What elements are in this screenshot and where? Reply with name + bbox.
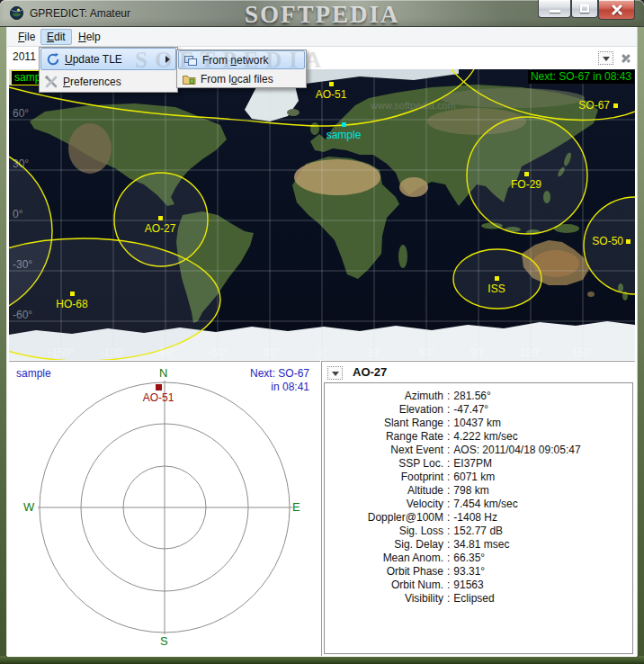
- module-detach-button[interactable]: [598, 51, 613, 65]
- map-overlay: sample Next: SO-67 in 08:43 60°30°0°-30°…: [9, 69, 635, 360]
- telemetry-row: Altitude:798 km: [325, 484, 632, 498]
- telemetry-label: Footprint: [325, 471, 443, 484]
- satellite-marker-AO-51[interactable]: [329, 82, 334, 86]
- polar-south-label: S: [160, 634, 168, 648]
- close-button[interactable]: [598, 0, 635, 20]
- telemetry-row: Slant Range:10437 km: [325, 417, 632, 430]
- satellite-marker-SO-50[interactable]: [626, 239, 631, 244]
- maximize-button[interactable]: [571, 0, 598, 18]
- lon-tick-label: -30°: [260, 346, 280, 359]
- maximize-icon: [580, 4, 589, 13]
- menu-bar: File Edit Help: [7, 27, 637, 47]
- satellite-label-AO-27[interactable]: AO-27: [145, 222, 176, 235]
- satellite-marker-ISS[interactable]: [495, 276, 499, 281]
- minimize-button[interactable]: [538, 0, 571, 18]
- telemetry-row: Orbit Num.:91563: [325, 579, 632, 592]
- telemetry-value: 34.81 msec: [453, 538, 509, 552]
- update-tle-submenu: From network From local files: [176, 49, 307, 88]
- refresh-icon: [41, 52, 65, 67]
- panel-select-button[interactable]: [327, 366, 343, 380]
- gpredict-window: SOFTPEDIA GPREDICT: Amateur File Edit He…: [0, 0, 644, 664]
- polar-canvas: [9, 362, 320, 657]
- satellite-label-FO-29[interactable]: FO-29: [511, 178, 541, 191]
- telemetry-value: -1408 Hz: [453, 511, 497, 525]
- telemetry-row: Orbit Phase:93.31°: [325, 565, 632, 579]
- satellite-label-HO-68[interactable]: HO-68: [56, 298, 87, 310]
- panel-satellite-title: AO-27: [353, 365, 387, 379]
- lon-tick-label: 60°: [418, 346, 434, 359]
- telemetry-value: 91563: [453, 579, 483, 592]
- lat-tick-label: -30°: [13, 258, 32, 271]
- telemetry-row: Visibility:Eclipsed: [325, 592, 632, 606]
- telemetry-label: Velocity: [325, 498, 443, 511]
- folder-icon: [177, 72, 201, 86]
- telemetry-label: Sig. Delay: [325, 538, 443, 552]
- satellite-marker-AO-27[interactable]: [158, 216, 163, 220]
- polar-north-label: N: [159, 366, 167, 380]
- lat-tick-label: 30°: [13, 157, 29, 170]
- satellite-label-sample[interactable]: sample: [326, 129, 362, 141]
- module-close-button[interactable]: [618, 51, 633, 65]
- satellite-label-SO-50[interactable]: SO-50: [592, 235, 623, 247]
- menu-item-preferences[interactable]: Preferences: [40, 70, 177, 93]
- telemetry-value: 4.222 km/sec: [453, 430, 517, 444]
- window-border-left: [0, 27, 7, 657]
- menu-item-update-tle[interactable]: Update TLE: [40, 48, 176, 70]
- app-icon: [9, 5, 24, 21]
- telemetry-value: 66.35°: [453, 552, 485, 565]
- window-title: GPREDICT: Amateur: [30, 7, 130, 20]
- telemetry-row: Azimuth:281.56°: [325, 390, 632, 403]
- telemetry-label: SSP Loc.: [325, 457, 443, 471]
- telemetry-label: Altitude: [325, 484, 443, 498]
- menu-file[interactable]: File: [12, 29, 41, 45]
- polar-plot[interactable]: sample N S W E Next: SO-67in 08:41 AO-51: [9, 361, 320, 656]
- lon-tick-label: 120°: [520, 346, 542, 359]
- satellite-label-AO-51[interactable]: AO-51: [316, 88, 347, 101]
- window-border-bottom: [0, 656, 644, 664]
- telemetry-row: Velocity:7.454 km/sec: [325, 498, 632, 511]
- menu-item-from-network[interactable]: From network: [178, 50, 305, 69]
- lon-tick-label: 30°: [366, 346, 382, 359]
- telemetry-value: 281.56°: [453, 390, 491, 403]
- satellite-label-ISS[interactable]: ISS: [487, 283, 505, 295]
- edit-menu-popup: Update TLE Preferences: [39, 47, 178, 93]
- telemetry-label: Slant Range: [325, 417, 443, 430]
- telemetry-value: 10437 km: [453, 417, 501, 430]
- satellite-marker-SO-67[interactable]: [613, 103, 618, 108]
- telemetry-label: Visibility: [325, 592, 443, 606]
- telemetry-row: Doppler@100M:-1408 Hz: [325, 511, 632, 525]
- lat-tick-label: 60°: [13, 107, 29, 120]
- menu-edit[interactable]: Edit: [40, 29, 72, 45]
- satellite-marker-HO-68[interactable]: [70, 292, 75, 296]
- satellite-label-SO-67[interactable]: SO-67: [578, 99, 610, 112]
- chevron-down-icon: [332, 372, 339, 376]
- polar-east-label: E: [292, 500, 300, 514]
- menu-help[interactable]: Help: [72, 29, 107, 45]
- lat-tick-label: 0°: [13, 208, 22, 220]
- lon-tick-label: -90°: [156, 346, 175, 359]
- telemetry-label: Next Event: [325, 444, 443, 457]
- lon-tick-label: -150°: [49, 346, 75, 359]
- submenu-arrow-icon: [165, 56, 170, 63]
- lon-tick-label: -60°: [208, 346, 228, 359]
- telemetry-label: Azimuth: [325, 390, 443, 403]
- polar-target-marker[interactable]: [156, 384, 162, 390]
- polar-target-label[interactable]: AO-51: [143, 391, 174, 404]
- telemetry-value: Eclipsed: [453, 592, 494, 606]
- lon-tick-label: -120°: [101, 346, 127, 359]
- telemetry-value: AOS: 2011/04/18 09:05:47: [453, 444, 580, 457]
- telemetry-row: Next Event:AOS: 2011/04/18 09:05:47: [325, 444, 632, 457]
- telemetry-row: Sig. Loss:152.77 dB: [325, 525, 632, 538]
- polar-next-event: Next: SO-67in 08:41: [250, 367, 309, 394]
- satellite-data-panel: AO-27 Azimuth:281.56°Elevation:-47.47°Sl…: [321, 361, 635, 656]
- telemetry-label: Doppler@100M: [325, 511, 443, 525]
- telemetry-value: 152.77 dB: [453, 525, 503, 538]
- world-map[interactable]: sample Next: SO-67 in 08:43 60°30°0°-30°…: [9, 69, 635, 360]
- telemetry-label: Range Rate: [325, 430, 443, 444]
- lon-tick-label: 150°: [572, 346, 595, 359]
- satellite-marker-sample[interactable]: [342, 122, 346, 127]
- satellite-marker-FO-29[interactable]: [524, 172, 529, 176]
- telemetry-label: Orbit Phase: [325, 565, 443, 579]
- lon-tick-label: 0°: [317, 346, 326, 359]
- menu-item-from-local-files[interactable]: From local files: [177, 69, 306, 88]
